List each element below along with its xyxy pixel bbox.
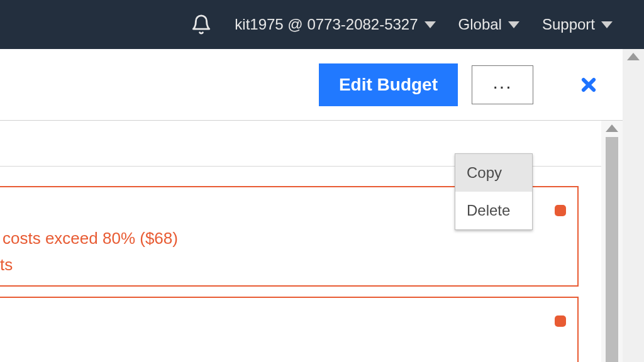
alert-text-line2: ts [0,255,13,275]
budget-alert-card[interactable] [0,297,579,362]
alert-text-line1: costs exceed 80% ($68) [3,229,178,248]
content-area: Edit Budget ... Copy Delete costs exceed… [0,49,623,362]
chevron-down-icon [601,21,613,28]
region-menu[interactable]: Global [458,16,519,33]
chevron-down-icon [425,21,436,28]
region-label: Global [458,16,502,33]
close-panel-button[interactable] [555,50,623,120]
global-topbar: kit1975 @ 0773-2082-5327 Global Support [0,0,644,49]
support-menu[interactable]: Support [542,16,613,33]
delete-menu-item[interactable]: Delete [455,192,532,229]
budget-panel-toolbar: Edit Budget ... [0,49,623,121]
status-dot-icon [555,205,566,216]
status-dot-icon [555,315,566,327]
chevron-down-icon [508,21,519,28]
scroll-thumb[interactable] [606,137,618,362]
account-label: kit1975 @ 0773-2082-5327 [235,16,418,33]
scroll-up-arrow-icon[interactable] [627,53,640,60]
copy-menu-item[interactable]: Copy [455,154,532,192]
notifications-bell-icon[interactable] [191,13,212,36]
scroll-up-arrow-icon[interactable] [606,124,618,132]
more-actions-button[interactable]: ... [472,65,533,104]
inner-scrollbar[interactable] [601,121,623,362]
account-menu[interactable]: kit1975 @ 0773-2082-5327 [235,16,435,33]
edit-budget-button[interactable]: Edit Budget [319,63,458,106]
support-label: Support [542,16,595,33]
more-actions-dropdown: Copy Delete [455,153,533,230]
outer-scrollbar[interactable] [623,49,644,362]
